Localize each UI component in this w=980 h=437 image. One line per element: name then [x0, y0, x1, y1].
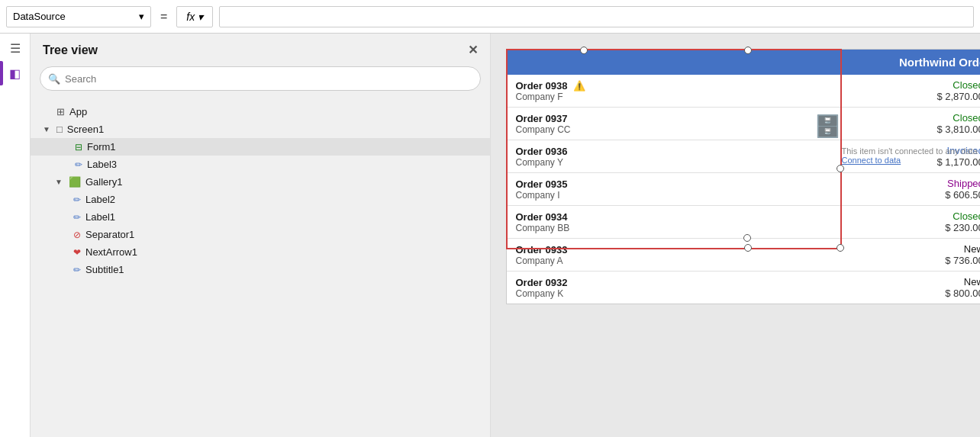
gallery-row-2[interactable]: Order 0936 Company Y Invoiced $ 1,170.00… — [507, 140, 981, 173]
database-icon: 🗄️ — [814, 114, 841, 139]
tree-item-screen1[interactable]: ▼ □ Screen1 — [31, 120, 490, 138]
row-company-5: Company A — [516, 255, 892, 266]
row-status-5: New — [930, 243, 980, 255]
row-order-5: Order 0933 — [516, 244, 892, 255]
gallery-row-6[interactable]: Order 0932 Company K New $ 800.00 › — [507, 272, 981, 304]
layers-icon[interactable]: ◧ — [9, 66, 21, 81]
search-box: 🔍 — [40, 66, 481, 91]
fx-label: fx — [186, 11, 195, 23]
gallery-row-4[interactable]: Order 0934 Company BB Closed $ 230.00 › — [507, 206, 981, 239]
formula-button[interactable]: fx ▾ — [176, 6, 213, 27]
toolbar: DataSource ▾ = fx ▾ — [0, 0, 980, 34]
row-amount-5: $ 736.00 — [927, 255, 980, 266]
warning-icon-0: ⚠️ — [573, 80, 585, 92]
search-icon: 🔍 — [48, 73, 60, 85]
row-company-3: Company I — [516, 190, 892, 201]
row-order-6: Order 0932 — [516, 277, 892, 288]
tree-label-subtitle1: Subtitle1 — [85, 264, 124, 275]
tree-label-separator1: Separator1 — [85, 229, 134, 240]
row-info-5: Order 0933 Company A — [516, 244, 892, 266]
connect-data-link[interactable]: Connect to data — [842, 156, 980, 165]
tree-area: ⊞ App ▼ □ Screen1 ⊟ Form1 ✏ Label3 — [31, 100, 490, 437]
label3-icon: ✏ — [75, 159, 82, 170]
row-status-0: Closed — [930, 79, 980, 91]
chevron-down-icon: ▾ — [139, 11, 144, 22]
row-info-0: Order 0938 ⚠️ Company F — [516, 80, 892, 102]
tree-view-panel: Tree view ✕ 🔍 ⊞ App ▼ □ Screen1 ⊟ — [31, 34, 491, 437]
tree-item-subtitle1[interactable]: ✏ Subtitle1 — [31, 261, 490, 278]
equals-sign: = — [157, 10, 170, 24]
gallery-title: Northwind Orders — [899, 56, 980, 69]
form-icon: ⊟ — [75, 142, 82, 153]
gallery-row-0[interactable]: Order 0938 ⚠️ Company F Closed $ 2,870.0… — [507, 75, 981, 108]
gallery-row-5[interactable]: Order 0933 Company A New $ 736.00 › — [507, 239, 981, 272]
separator-icon: ⊘ — [73, 230, 81, 240]
expand-gallery-icon: ▼ — [55, 178, 64, 186]
close-button[interactable]: ✕ — [468, 43, 478, 57]
row-status-3: Shipped — [930, 178, 980, 189]
tree-view-title: Tree view — [43, 43, 98, 57]
tree-label-label3: Label3 — [87, 159, 117, 170]
tree-label-form1: Form1 — [87, 141, 116, 153]
gallery-row-3[interactable]: Order 0935 Company I Shipped $ 606.50 › — [507, 173, 981, 206]
row-amount-3: $ 606.50 — [927, 189, 980, 201]
row-order-3: Order 0935 — [516, 178, 892, 190]
canvas-area: Northwind Orders Order 0938 ⚠️ Company F… — [491, 34, 981, 437]
gallery-header: Northwind Orders — [507, 50, 981, 75]
row-company-4: Company BB — [516, 223, 892, 233]
gallery-row-1[interactable]: Order 0937 Company CC Closed $ 3,810.00 … — [507, 108, 981, 140]
tree-item-label2[interactable]: ✏ Label2 — [31, 191, 490, 208]
subtitle1-icon: ✏ — [73, 265, 81, 275]
datasource-label: DataSource — [13, 11, 66, 22]
row-company-2: Company Y — [516, 157, 892, 168]
expand-icon: ▼ — [43, 125, 52, 133]
row-status-1: Closed — [930, 112, 980, 124]
sidebar-header: Tree view ✕ — [31, 34, 490, 66]
tree-item-label3[interactable]: ✏ Label3 — [31, 156, 490, 173]
row-info-6: Order 0932 Company K — [516, 277, 892, 299]
handle-row4-left[interactable] — [743, 234, 751, 242]
row-company-0: Company F — [516, 92, 892, 102]
tree-label-screen1: Screen1 — [67, 124, 104, 135]
tree-label-nextarrow1: NextArrow1 — [85, 246, 137, 258]
row-status-6: New — [930, 276, 980, 288]
row-amount-4: $ 230.00 — [927, 222, 980, 233]
tree-label-gallery1: Gallery1 — [85, 176, 122, 188]
tree-label-app: App — [69, 106, 87, 117]
fx-chevron-icon: ▾ — [198, 11, 203, 23]
label1-icon: ✏ — [73, 212, 81, 223]
row-company-6: Company K — [516, 288, 892, 299]
gallery-widget: Northwind Orders Order 0938 ⚠️ Company F… — [506, 49, 981, 304]
row-order-0: Order 0938 ⚠️ — [516, 80, 892, 92]
hamburger-icon[interactable]: ☰ — [10, 41, 21, 56]
row-status-4: Closed — [930, 210, 980, 222]
row-amount-0: $ 2,870.00 — [927, 91, 980, 102]
search-input[interactable] — [65, 73, 472, 85]
row-amount-1: $ 3,810.00 — [927, 124, 980, 135]
gallery-icon: 🟩 — [69, 176, 81, 188]
datasource-selector[interactable]: DataSource ▾ — [6, 6, 151, 27]
tree-label-label1: Label1 — [85, 211, 115, 223]
main-layout: ☰ ◧ Tree view ✕ 🔍 ⊞ App ▼ □ Screen1 — [0, 34, 980, 437]
tree-item-nextarrow1[interactable]: ❤ NextArrow1 — [31, 243, 490, 261]
row-order-2: Order 0936 — [516, 146, 892, 157]
row-order-4: Order 0934 — [516, 211, 892, 223]
screen-icon: □ — [56, 124, 63, 135]
tree-label-label2: Label2 — [85, 194, 115, 205]
formula-bar[interactable] — [219, 6, 974, 27]
no-data-overlay: This item isn't connected to any data ye… — [842, 146, 980, 165]
app-icon: ⊞ — [56, 106, 65, 117]
tree-item-app[interactable]: ⊞ App — [31, 103, 490, 120]
tree-item-separator1[interactable]: ⊘ Separator1 — [31, 226, 490, 243]
row-info-3: Order 0935 Company I — [516, 178, 892, 201]
nextarrow-icon: ❤ — [73, 247, 81, 258]
tree-item-label1[interactable]: ✏ Label1 — [31, 208, 490, 226]
tree-item-gallery1[interactable]: ▼ 🟩 Gallery1 — [31, 173, 490, 191]
row-info-4: Order 0934 Company BB — [516, 211, 892, 233]
row-amount-6: $ 800.00 — [927, 288, 980, 299]
no-data-text: This item isn't connected to any data ye… — [842, 146, 980, 156]
row-info-2: Order 0936 Company Y — [516, 146, 892, 168]
tree-item-form1[interactable]: ⊟ Form1 — [31, 138, 490, 156]
label2-icon: ✏ — [73, 194, 81, 205]
